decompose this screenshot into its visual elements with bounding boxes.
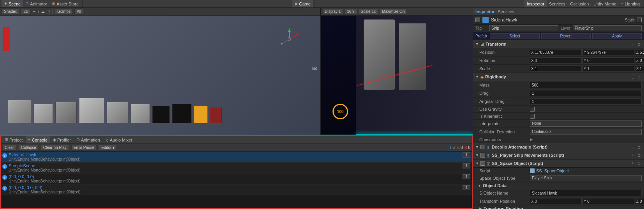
layer-value[interactable]: PlayerShip (573, 25, 642, 31)
position-y-input[interactable] (582, 49, 634, 55)
script-file-icon (530, 168, 535, 173)
maximize-button[interactable]: Maximize On (380, 9, 407, 14)
space-object-type-dropdown[interactable]: Player Ship (530, 175, 642, 181)
drag-input[interactable] (530, 90, 642, 96)
obj-pos-z-input[interactable] (635, 198, 644, 204)
tab-services[interactable]: Services (547, 0, 568, 7)
space-object-settings-icon[interactable]: ⋮ (630, 161, 635, 166)
tab-scene[interactable]: ✦ Scene (2, 0, 23, 7)
s-object-name-input[interactable] (530, 190, 642, 196)
black-crate-2 (172, 104, 192, 123)
warning-badge: ⚠ 0 (456, 145, 463, 150)
scale-button[interactable]: Scale 1x (359, 9, 378, 14)
console-count-1: 1 (463, 163, 470, 168)
tab-game[interactable]: ▶ Game (292, 0, 313, 7)
console-info-icon-1: ! (2, 164, 7, 169)
clear-on-play-button[interactable]: Clear on Play (41, 145, 69, 151)
player-ship-actions: ⋮ ⊙ (630, 152, 642, 158)
console-row-3[interactable]: ! (0.0, 0.0, 0.0, 0.0) UnityEngine.MonoB… (1, 184, 472, 195)
error-pause-button[interactable]: Error Pause (71, 145, 97, 151)
tab-audio-mixer[interactable]: ♫ Audio Mixer (103, 136, 135, 143)
clear-button[interactable]: Clear (2, 145, 16, 151)
decollo-arrow: ▼ (475, 145, 479, 149)
transform-section-header[interactable]: ▼ ⊞ Transform ⋮ ⊙ (473, 40, 644, 48)
mass-input[interactable] (530, 82, 642, 88)
tab-project[interactable]: ⊞ Project (2, 136, 25, 143)
inspector-tabs-group: Inspector Services Occlusion Unity Memo … (523, 0, 644, 7)
use-gravity-checkbox[interactable] (530, 107, 535, 112)
tab-occlusion[interactable]: Occlusion (568, 0, 591, 7)
rigidbody-section-header[interactable]: ▼ ◈ Rigidbody ⋮ ⊙ (473, 73, 644, 81)
services-tab-label[interactable]: Services (498, 9, 514, 14)
space-object-context-icon[interactable]: ⊙ (636, 161, 642, 166)
tab-asset-store[interactable]: ⊕ Asset Store (49, 0, 81, 7)
console-row-1[interactable]: ! SampleScene UnityEngine.MonoBehaviour:… (1, 163, 472, 174)
tab-lighting[interactable]: ≡ Lighting (619, 0, 642, 7)
all-button[interactable]: All (74, 9, 83, 14)
script-label: Script (479, 168, 530, 173)
2d-button[interactable]: 2D (21, 9, 31, 14)
console-tab-bar: ⊞ Project ≡ Console ◈ Profiler ⊙ Animati… (1, 136, 472, 144)
space-object-active-checkbox[interactable] (480, 161, 485, 166)
player-ship-settings-icon[interactable]: ⋮ (630, 152, 635, 158)
position-z-input[interactable] (635, 49, 644, 55)
object-active-checkbox[interactable] (475, 18, 480, 22)
tab-inspector[interactable]: Inspector (524, 0, 547, 7)
collapse-button[interactable]: Collapse (19, 145, 39, 151)
console-row-2[interactable]: ! (0.0, 0.0, 0.0) UnityEngine.MonoBehavi… (1, 174, 472, 184)
scale-y-input[interactable] (582, 66, 634, 72)
scale-x-input[interactable] (530, 66, 582, 72)
tab-animator[interactable]: ⊙ Animator (23, 0, 49, 7)
interpolate-dropdown[interactable]: None (530, 120, 642, 127)
rotation-y (582, 57, 634, 64)
crate-6 (130, 104, 150, 123)
obj-pos-x-input[interactable] (530, 198, 582, 204)
transform-context-icon[interactable]: ⊙ (636, 41, 642, 47)
rigidbody-context-icon[interactable]: ⊙ (636, 74, 642, 80)
gizmos-button[interactable]: Gizmos (55, 9, 73, 14)
shaded-button[interactable]: Shaded (2, 9, 19, 14)
rotation-y-input[interactable] (582, 57, 634, 64)
tab-unity-memo[interactable]: Unity Memo (591, 0, 619, 7)
rotation-x-input[interactable] (530, 57, 582, 64)
tab-profiler[interactable]: ◈ Profiler (51, 136, 73, 143)
transform-settings-icon[interactable]: ⋮ (630, 41, 635, 47)
ground-line (321, 135, 473, 135)
decollo-settings-icon[interactable]: ⋮ (630, 144, 635, 150)
static-checkbox[interactable] (637, 18, 642, 22)
object-data-header[interactable]: ▼ Object Data (473, 182, 644, 189)
tab-animation[interactable]: ⊙ Animation (74, 136, 102, 143)
player-ship-arrow: ▼ (475, 153, 479, 157)
rigidbody-settings-icon[interactable]: ⋮ (630, 74, 635, 80)
top-panels: Shaded 2D ☀ ♪ ☁ ⬚ Gizmos All (0, 8, 473, 135)
select-button[interactable]: Select (490, 33, 539, 39)
apply-button[interactable]: Apply (592, 33, 642, 39)
scale-z-input[interactable] (635, 66, 644, 72)
player-ship-section-header[interactable]: ▼ ◫ SS_Player Ship Movements (Script) ⋮ … (473, 151, 644, 159)
is-kinematic-checkbox[interactable] (530, 114, 535, 119)
display-button[interactable]: Display 1 (322, 9, 343, 14)
decollo-context-icon[interactable]: ⊙ (636, 144, 642, 150)
revert-button[interactable]: Revert (541, 33, 591, 39)
decollo-section-header[interactable]: ▼ ◫ Decollo Atterraggio (Script) ⋮ ⊙ (473, 143, 644, 151)
scene-tabs: ✦ Scene ⊙ Animator ⊕ Asset Store (0, 0, 83, 7)
obj-transform-rotation-row[interactable]: ▶ Transform Rotation (473, 205, 644, 209)
console-row-0[interactable]: ! Sidearal Hawk UnityEngine.MonoBehaviou… (1, 152, 472, 163)
interpolate-row: Interpolate None (473, 120, 644, 128)
collision-detection-dropdown[interactable]: Continuous (530, 129, 642, 135)
obj-pos-y-input[interactable] (582, 198, 634, 204)
object-name: SideralHawk (491, 17, 623, 23)
player-ship-context-icon[interactable]: ⊙ (636, 152, 642, 158)
angular-drag-input[interactable] (530, 98, 642, 104)
decollo-active-checkbox[interactable] (480, 145, 485, 149)
svg-text:Y: Y (289, 27, 290, 30)
position-x-input[interactable] (530, 49, 582, 55)
tab-console[interactable]: ≡ Console (26, 136, 50, 143)
editor-button[interactable]: Editor ▾ (99, 145, 117, 151)
layer-label: Layer (561, 26, 570, 30)
tag-value[interactable]: Ship (489, 25, 558, 31)
rotation-z-input[interactable] (635, 57, 644, 64)
player-ship-active-checkbox[interactable] (480, 153, 485, 158)
space-object-section-header[interactable]: ▼ ◫ SS_Space Object (Script) ⋮ ⊙ (473, 159, 644, 168)
ratio-button[interactable]: 16:9 (345, 9, 357, 14)
